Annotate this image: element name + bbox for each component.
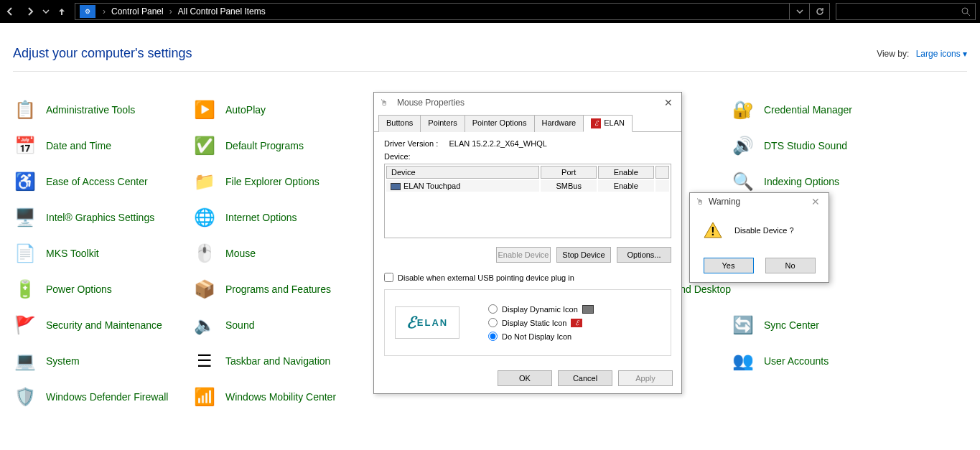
th-enable[interactable]: Enable	[598, 166, 654, 179]
warning-title: Warning	[709, 197, 740, 207]
cp-item[interactable]: 📶Windows Mobility Center	[192, 379, 372, 415]
tab-buttons[interactable]: Buttons	[378, 115, 421, 132]
cp-item-icon: 🌐	[192, 205, 217, 230]
tabs: ButtonsPointersPointer OptionsHardwareℰE…	[374, 114, 681, 132]
view-by-value[interactable]: Large icons ▾	[916, 49, 967, 59]
cp-item[interactable]: 🔋Power Options	[13, 271, 192, 307]
cp-item-icon: 🔈	[192, 313, 217, 337]
cp-item[interactable]: 🔊DTS Studio Sound	[731, 128, 910, 164]
touchpad-icon	[391, 183, 401, 190]
cp-item[interactable]: 📄MKS Toolkit	[13, 235, 192, 271]
cp-item-label: Taskbar and Navigation	[225, 355, 330, 367]
cp-item[interactable]: ♿Ease of Access Center	[13, 164, 192, 200]
cp-item-label: DTS Studio Sound	[764, 140, 847, 152]
refresh-button[interactable]	[809, 3, 829, 20]
cp-item-icon: 🛡️	[13, 385, 37, 409]
radio-static[interactable]: Display Static Icon ℰ	[488, 318, 594, 327]
radio-none[interactable]: Do Not Display Icon	[488, 332, 594, 341]
tab-elan[interactable]: ℰELAN	[583, 115, 633, 132]
cp-item[interactable]: ▶️AutoPlay	[192, 92, 372, 128]
crumb-separator: ›	[100, 6, 108, 17]
dialog-titlebar[interactable]: 🖱 Mouse Properties ✕	[374, 93, 681, 113]
search-input[interactable]	[836, 3, 976, 20]
nav-recent-dropdown[interactable]	[40, 0, 52, 23]
nav-forward-button[interactable]	[20, 0, 40, 23]
options-button[interactable]: Options...	[617, 247, 671, 263]
disable-usb-checkbox[interactable]	[384, 273, 393, 282]
cp-item[interactable]: 🌐Internet Options	[192, 200, 372, 235]
cp-item-icon: 📄	[13, 241, 37, 266]
cp-item[interactable]: 📁File Explorer Options	[192, 164, 372, 200]
cp-item[interactable]: 🔈Sound	[192, 307, 372, 343]
cp-item-icon: ✅	[192, 133, 217, 158]
cp-item[interactable]: 📋Administrative Tools	[13, 92, 192, 128]
breadcrumb-1[interactable]: All Control Panel Items	[175, 6, 269, 17]
cp-item[interactable]: 🖱️Mouse	[192, 235, 372, 271]
svg-line-1	[967, 13, 970, 16]
tab-pointer-options[interactable]: Pointer Options	[465, 115, 535, 132]
stop-device-button[interactable]: Stop Device	[556, 247, 611, 263]
cp-item-label: System	[46, 355, 80, 367]
address-bar: ⚙ › Control Panel › All Control Panel It…	[0, 0, 980, 23]
cp-item-icon: ▶️	[192, 98, 217, 122]
cp-item-label: Mouse	[225, 248, 256, 260]
cp-item[interactable]: 🚩Security and Maintenance	[13, 307, 192, 343]
close-button[interactable]: ✕	[808, 196, 823, 207]
cp-item-label: Internet Options	[225, 212, 297, 224]
cp-item[interactable]: 👥User Accounts	[731, 343, 910, 379]
tab-pointers[interactable]: Pointers	[420, 115, 465, 132]
cp-item[interactable]: 🛡️Windows Defender Firewall	[13, 379, 192, 415]
cancel-button[interactable]: Cancel	[558, 370, 612, 386]
radio-dynamic[interactable]: Display Dynamic Icon	[488, 304, 594, 314]
static-icon: ℰ	[571, 319, 582, 327]
cp-item-icon: 🖥️	[13, 205, 37, 230]
address-path[interactable]: ⚙ › Control Panel › All Control Panel It…	[75, 3, 830, 20]
cp-item-icon: 📁	[192, 169, 217, 194]
cp-item-icon: 🔐	[731, 98, 755, 122]
cp-item[interactable]: 🖥️Intel® Graphics Settings	[13, 200, 192, 235]
close-button[interactable]: ✕	[661, 97, 676, 108]
cp-item[interactable]: 📅Date and Time	[13, 128, 192, 164]
elan-logo: ℰELAN	[395, 306, 459, 339]
path-dropdown[interactable]	[789, 3, 809, 20]
no-button[interactable]: No	[765, 258, 816, 273]
ok-button[interactable]: OK	[498, 370, 552, 386]
cp-item[interactable]: ✅Default Programs	[192, 128, 372, 164]
svg-point-0	[962, 8, 968, 14]
cp-item[interactable]: ☰Taskbar and Navigation	[192, 343, 372, 379]
cp-item[interactable]: 🔄Sync Center	[731, 307, 910, 343]
tab-hardware[interactable]: Hardware	[534, 115, 584, 132]
cp-item-icon: ♿	[13, 169, 37, 194]
breadcrumb-0[interactable]: Control Panel	[108, 6, 167, 17]
mouse-icon: 🖱	[380, 98, 393, 108]
dynamic-icon	[582, 305, 594, 314]
cp-item-icon: 👥	[731, 349, 755, 373]
yes-button[interactable]: Yes	[704, 258, 754, 273]
cp-item-label: Indexing Options	[764, 176, 839, 188]
search-icon	[961, 7, 971, 17]
warning-icon: !	[703, 220, 723, 240]
cp-item-label: Programs and Features	[225, 283, 331, 296]
table-row[interactable]: ELAN Touchpad SMBus Enable	[386, 180, 669, 192]
cp-item[interactable]: 📦Programs and Features	[192, 271, 372, 307]
th-device[interactable]: Device	[386, 166, 539, 179]
th-port[interactable]: Port	[541, 166, 597, 179]
warning-titlebar[interactable]: 🖱 Warning ✕	[690, 193, 829, 210]
cp-item-label: Default Programs	[225, 140, 304, 152]
cp-item-icon: 🖱️	[192, 241, 217, 266]
cp-item[interactable]: 🔐Credential Manager	[731, 92, 910, 128]
cp-item-icon: 🔍	[731, 169, 755, 194]
cp-item-label: Security and Maintenance	[46, 319, 162, 332]
enable-device-button: Enable Device	[496, 247, 551, 263]
warning-message: Disable Device ?	[734, 226, 794, 235]
nav-back-button[interactable]	[0, 0, 20, 23]
cp-item[interactable]: 💻System	[13, 343, 192, 379]
view-by: View by: Large icons ▾	[877, 49, 967, 59]
mouse-icon: 🖱	[696, 197, 704, 207]
cp-item-label: Intel® Graphics Settings	[46, 212, 154, 224]
view-by-label: View by:	[877, 49, 909, 59]
crumb-separator: ›	[167, 6, 175, 17]
nav-up-button[interactable]	[52, 0, 72, 23]
cp-item-label: Sound	[225, 319, 254, 332]
svg-text:!: !	[711, 225, 714, 238]
